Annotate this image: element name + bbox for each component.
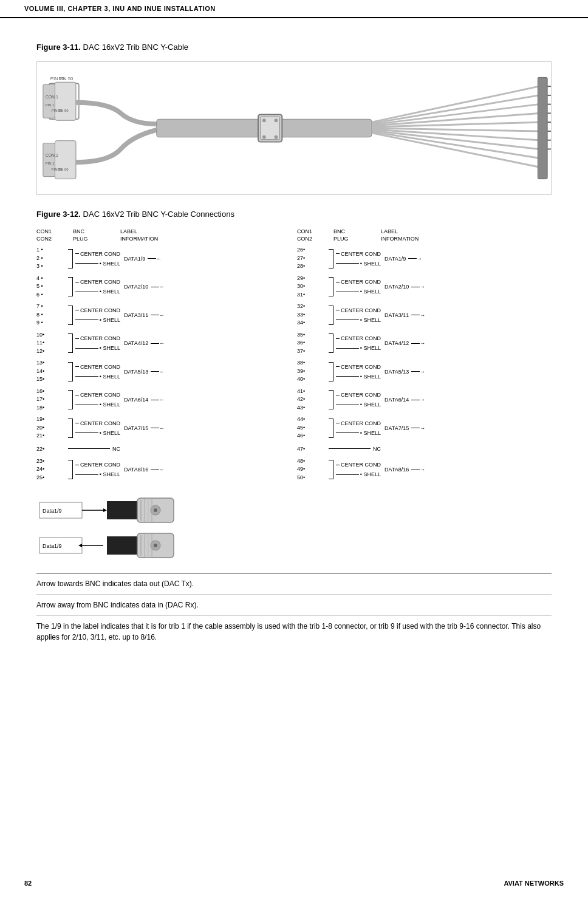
right-label-6: DATA6/14 → — [381, 397, 448, 403]
left-nc-row: 22• NC — [36, 444, 291, 454]
figure-12-text: DAC 16xV2 Trib BNC Y-Cable Connections — [83, 210, 234, 219]
figure-12-label: Figure 3-12. — [36, 210, 81, 219]
left-group-1: 1 •2 •3 • CENTER COND • SHELL DATA1/9 ← — [36, 246, 291, 271]
left-shell-1: • SHELL — [98, 261, 120, 267]
left-pins-1: 1 •2 •3 • — [36, 246, 68, 271]
note-3-text: The 1/9 in the label indicates that it i… — [36, 622, 541, 641]
svg-point-21 — [275, 135, 278, 139]
left-group-7: 19•20•21• CENTER COND • SHELL DATA7/15 ← — [36, 415, 291, 440]
svg-rect-4 — [55, 82, 76, 120]
figure-12-title: Figure 3-12. DAC 16xV2 Trib BNC Y-Cable … — [36, 210, 552, 219]
company-name: AVIAT NETWORKS — [504, 880, 564, 887]
svg-text:PIN 50: PIN 50 — [57, 168, 69, 171]
bnc-example-2: Data1/9 — [36, 530, 552, 561]
right-half: CON1CON2 BNCPLUG LABELINFORMATION 26•27•… — [297, 228, 552, 485]
left-pins-2: 4 •5 •6 • — [36, 275, 68, 299]
notes-section: Arrow towards BNC indicates data out (DA… — [36, 573, 552, 648]
left-half: CON1CON2 BNCPLUG LABELINFORMATION 1 •2 •… — [36, 228, 291, 485]
note-1: Arrow towards BNC indicates data out (DA… — [36, 573, 552, 595]
svg-marker-57 — [78, 544, 82, 547]
left-label-4: DATA4/12 ← — [120, 340, 187, 346]
svg-rect-32 — [538, 77, 547, 179]
figure-11-text: DAC 16xV2 Trib BNC Y-Cable — [83, 43, 188, 52]
right-label-1: DATA1/9 → — [381, 256, 448, 262]
left-cond-1: CENTER COND — [79, 251, 120, 257]
left-group-5: 13•14•15• CENTER COND • SHELL DATA5/13 ← — [36, 359, 291, 384]
left-group-6: 16•17•18• CENTER COND • SHELL DATA6/14 ← — [36, 388, 291, 412]
svg-point-48 — [154, 508, 157, 512]
left-label-1: DATA1/9 ← — [120, 256, 187, 262]
svg-rect-9 — [43, 143, 55, 177]
right-group-5: 38•39•40• CENTER COND • SHELL DATA5/13 → — [297, 359, 552, 384]
left-label-8: DATA8/16 ← — [120, 467, 187, 473]
content-area: Figure 3-11. DAC 16xV2 Trib BNC Y-Cable … — [0, 18, 588, 684]
right-label-4: DATA4/12 → — [381, 340, 448, 346]
figure-11-title: Figure 3-11. DAC 16xV2 Trib BNC Y-Cable — [36, 43, 552, 52]
svg-rect-10 — [55, 141, 76, 179]
svg-text:PIN 50: PIN 50 — [58, 76, 74, 81]
right-hdr-label: LABELINFORMATION — [381, 228, 448, 242]
right-label-7: DATA7/15 → — [381, 425, 448, 431]
svg-text:CON.2: CON.2 — [46, 153, 58, 157]
right-hdr-bnc: BNCPLUG — [333, 228, 381, 242]
right-group-6: 41•42•43• CENTER COND • SHELL DATA6/14 → — [297, 388, 552, 412]
cable-diagram-svg: PIN 25 PIN 50 CON.1 PIN 1 PIN 25 PIN 50 … — [37, 64, 551, 192]
left-label-7: DATA7/15 ← — [120, 425, 187, 431]
left-label-2: DATA2/10 ← — [120, 284, 187, 290]
left-hdr-bnc: BNCPLUG — [73, 228, 120, 242]
svg-text:PIN 1: PIN 1 — [46, 162, 55, 165]
svg-rect-58 — [107, 536, 137, 555]
svg-marker-44 — [103, 508, 107, 512]
svg-text:CON.1: CON.1 — [46, 95, 58, 99]
left-group-4: 10•11•12• CENTER COND • SHELL DATA4/12 ← — [36, 331, 291, 356]
header-title: VOLUME III, CHAPTER 3, INU AND INUE INST… — [24, 5, 216, 12]
note-2: Arrow away from BNC indicates data in (D… — [36, 595, 552, 616]
left-hdr-label: LABELINFORMATION — [120, 228, 187, 242]
page-number: 82 — [24, 880, 32, 887]
right-group-7: 44•45•46• CENTER COND • SHELL DATA7/15 → — [297, 415, 552, 440]
bnc-example-1: Data1/9 — [36, 495, 552, 525]
left-group-8: 23•24•25• CENTER COND • SHELL DATA8/16 ← — [36, 457, 291, 482]
note-2-text: Arrow away from BNC indicates data in (D… — [36, 601, 199, 609]
bnc-examples: Data1/9 D — [36, 495, 552, 561]
svg-point-20 — [262, 135, 266, 139]
note-1-text: Arrow towards BNC indicates data out (DA… — [36, 579, 194, 588]
svg-line-29 — [372, 131, 539, 149]
left-label-5: DATA5/13 ← — [120, 369, 187, 375]
right-group-2: 29•30•31• CENTER COND • SHELL DATA2/10 → — [297, 275, 552, 299]
svg-point-61 — [154, 544, 157, 547]
right-nc-row: 47• NC — [297, 444, 552, 454]
svg-text:PIN 50: PIN 50 — [57, 109, 69, 112]
svg-line-22 — [372, 86, 539, 122]
svg-point-18 — [262, 118, 266, 122]
svg-line-30 — [372, 132, 539, 158]
svg-text:Data1/9: Data1/9 — [43, 543, 62, 549]
svg-point-19 — [275, 118, 278, 122]
svg-text:Data1/9: Data1/9 — [43, 508, 62, 514]
svg-text:PIN 1: PIN 1 — [46, 103, 55, 107]
right-group-4: 35•36•37• CENTER COND • SHELL DATA4/12 → — [297, 331, 552, 356]
right-label-8: DATA8/16 → — [381, 467, 448, 473]
right-label-5: DATA5/13 → — [381, 369, 448, 375]
left-label-3: DATA3/11 ← — [120, 312, 187, 318]
right-group-3: 32•33•34• CENTER COND • SHELL DATA3/11 → — [297, 303, 552, 327]
note-3: The 1/9 in the label indicates that it i… — [36, 616, 552, 648]
left-label-6: DATA6/14 ← — [120, 397, 187, 403]
svg-rect-3 — [43, 84, 55, 118]
left-group-3: 7 •8 •9 • CENTER COND • SHELL DATA3/11 ← — [36, 303, 291, 327]
page-footer: 82 AVIAT NETWORKS — [0, 880, 588, 887]
right-label-2: DATA2/10 → — [381, 284, 448, 290]
left-hdr-con: CON1CON2 — [36, 228, 68, 242]
left-group-2: 4 •5 •6 • CENTER COND • SHELL DATA2/10 ← — [36, 275, 291, 299]
right-hdr-con: CON1CON2 — [297, 228, 329, 242]
page-header: VOLUME III, CHAPTER 3, INU AND INUE INST… — [0, 0, 588, 18]
right-group-1: 26•27•28• CENTER COND • SHELL DATA1/9 → — [297, 246, 552, 271]
right-label-3: DATA3/11 → — [381, 312, 448, 318]
connection-diagram: CON1CON2 BNCPLUG LABELINFORMATION 1 •2 •… — [36, 228, 552, 485]
right-group-8: 48•49•50• CENTER COND • SHELL DATA8/16 → — [297, 457, 552, 482]
figure-11-image: PIN 25 PIN 50 CON.1 PIN 1 PIN 25 PIN 50 … — [36, 61, 552, 195]
svg-rect-45 — [107, 501, 137, 519]
figure-11-label: Figure 3-11. — [36, 43, 81, 52]
